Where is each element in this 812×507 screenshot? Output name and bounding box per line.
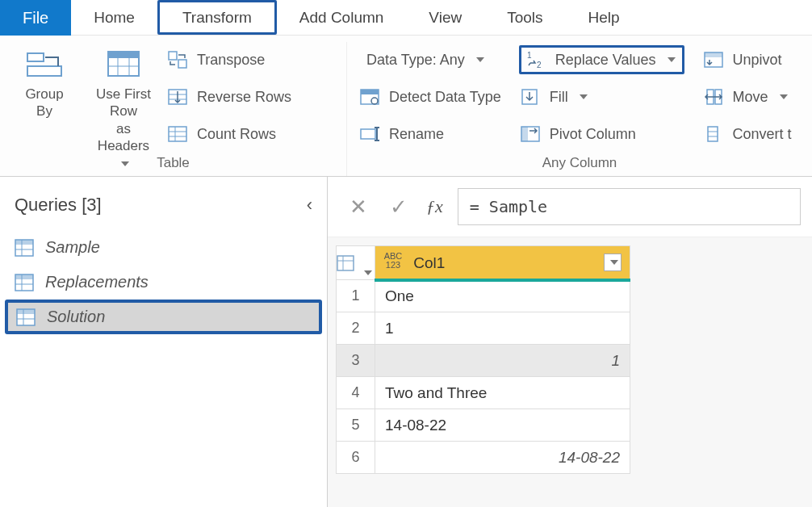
tab-tools[interactable]: Tools — [484, 0, 565, 35]
svg-rect-29 — [705, 52, 722, 57]
count-rows-icon-button[interactable]: Count Rows — [166, 119, 291, 149]
query-name: Sample — [45, 238, 100, 257]
small-buttons: TransposeReverse RowsCount Rows — [161, 45, 291, 171]
table-row[interactable]: 31 — [337, 345, 630, 377]
svg-rect-40 — [15, 274, 33, 279]
svg-rect-12 — [169, 127, 186, 141]
row-number[interactable]: 6 — [337, 442, 375, 474]
button-label: Pivot Column — [550, 126, 636, 143]
group-by-icon — [26, 50, 63, 79]
column-filter-dropdown[interactable] — [604, 254, 622, 271]
row-number[interactable]: 4 — [337, 377, 375, 409]
tab-file[interactable]: File — [0, 0, 71, 36]
button-label: Convert t — [733, 126, 792, 143]
small-buttons-right: UnpivotMove Convert t — [697, 45, 792, 149]
table-icon — [15, 274, 34, 291]
cell-value[interactable]: 1 — [375, 345, 630, 377]
row-number[interactable]: 1 — [337, 280, 375, 312]
query-item-sample[interactable]: Sample — [0, 230, 327, 265]
menubar: FileHomeTransformAdd ColumnViewToolsHelp — [0, 0, 812, 36]
data-grid: ABC123 Col1 1One21314Two and Three514-08… — [328, 237, 812, 474]
cell-value[interactable]: 14-08-22 — [375, 442, 630, 474]
detect-type-icon-button[interactable]: Detect Data Type — [358, 82, 501, 111]
column-name: Col1 — [413, 254, 445, 271]
first-row-headers-icon — [105, 50, 142, 79]
tab-help[interactable]: Help — [566, 0, 642, 35]
row-number[interactable]: 2 — [337, 312, 375, 345]
detect-type-icon — [359, 87, 380, 107]
group-by-button[interactable]: GroupBy — [6, 45, 82, 171]
tab-transform[interactable]: Transform — [157, 0, 277, 35]
unpivot-icon — [703, 50, 724, 69]
ribbon: GroupByUse First Rowas Headers Transpose… — [0, 36, 812, 177]
cell-value[interactable]: Two and Three — [375, 377, 630, 409]
queries-header: Queries [3] ‹ — [0, 186, 327, 230]
rename-icon-button[interactable]: Rename — [358, 119, 501, 149]
svg-rect-1 — [27, 66, 61, 76]
table-icon — [16, 308, 36, 326]
table-row[interactable]: 514-08-22 — [337, 409, 630, 442]
group-title-table: Table — [0, 155, 346, 171]
fx-label: ƒx — [426, 196, 443, 217]
table-row[interactable]: 614-08-22 — [337, 442, 630, 474]
svg-rect-27 — [521, 127, 528, 141]
svg-rect-17 — [361, 90, 379, 94]
query-item-replacements[interactable]: Replacements — [0, 265, 327, 300]
query-name: Solution — [47, 308, 105, 326]
svg-rect-47 — [337, 256, 354, 270]
button-label: Transpose — [197, 52, 265, 69]
table-row[interactable]: 1One — [337, 280, 630, 312]
tab-home[interactable]: Home — [71, 0, 157, 35]
table-icon — [15, 274, 34, 291]
replace-values-icon: 12 — [525, 50, 546, 69]
first-row-headers-button[interactable]: Use First Rowas Headers — [86, 45, 161, 171]
cell-value[interactable]: 14-08-22 — [375, 409, 630, 442]
button-label: Count Rows — [197, 126, 276, 143]
cancel-icon[interactable]: ✕ — [345, 195, 371, 220]
table-corner[interactable] — [337, 246, 375, 280]
tab-view[interactable]: View — [406, 0, 484, 35]
row-number[interactable]: 5 — [337, 409, 375, 442]
button-label: Data Type: Any — [366, 52, 465, 69]
tab-add-column[interactable]: Add Column — [277, 0, 407, 35]
rename-icon — [359, 124, 380, 144]
data-type-any-icon: ABC123 — [383, 252, 403, 270]
confirm-icon[interactable]: ✓ — [386, 195, 412, 220]
svg-rect-32 — [708, 127, 718, 141]
replace-values-icon-button[interactable]: 12Replace Values — [519, 45, 684, 74]
table-icon — [15, 239, 34, 257]
row-number[interactable]: 3 — [337, 345, 375, 377]
count-rows-icon — [167, 124, 188, 144]
fill-icon-button[interactable]: Fill — [519, 82, 684, 111]
table-row[interactable]: 21 — [337, 312, 630, 345]
svg-rect-7 — [169, 52, 177, 60]
move-icon-button[interactable]: Move — [702, 82, 792, 111]
button-label: Reverse Rows — [197, 89, 291, 106]
cell-value[interactable]: 1 — [375, 312, 630, 345]
fill-icon — [520, 87, 541, 107]
query-item-solution[interactable]: Solution — [5, 300, 322, 334]
svg-rect-19 — [361, 129, 375, 139]
pivot-icon-button[interactable]: Pivot Column — [519, 119, 684, 149]
button-label: Unpivot — [733, 52, 782, 69]
table-row[interactable]: 4Two and Three — [337, 377, 630, 409]
svg-rect-36 — [15, 240, 33, 245]
column-header-col1[interactable]: ABC123 Col1 — [375, 246, 630, 280]
svg-text:2: 2 — [537, 61, 542, 69]
group-title-any-column: Any Column — [347, 155, 812, 171]
reverse-rows-icon-button[interactable]: Reverse Rows — [166, 82, 291, 111]
formula-input[interactable]: = Sample — [458, 188, 801, 225]
unpivot-icon-button[interactable]: Unpivot — [702, 45, 792, 74]
button-label: Fill — [550, 89, 568, 106]
data-type-any-button[interactable]: Data Type: Any — [358, 45, 501, 74]
convert-icon — [703, 124, 724, 144]
queries-panel: Queries [3] ‹ SampleReplacementsSolution — [0, 177, 328, 507]
collapse-queries-icon[interactable]: ‹ — [307, 195, 312, 216]
svg-rect-0 — [27, 53, 44, 61]
table-icon — [15, 239, 34, 257]
transpose-icon — [167, 50, 188, 69]
small-buttons-left: Data Type: Any Detect Data TypeRename — [354, 45, 501, 149]
transpose-icon-button[interactable]: Transpose — [166, 45, 291, 74]
cell-value[interactable]: One — [375, 280, 630, 312]
convert-icon-button[interactable]: Convert t — [702, 119, 792, 149]
